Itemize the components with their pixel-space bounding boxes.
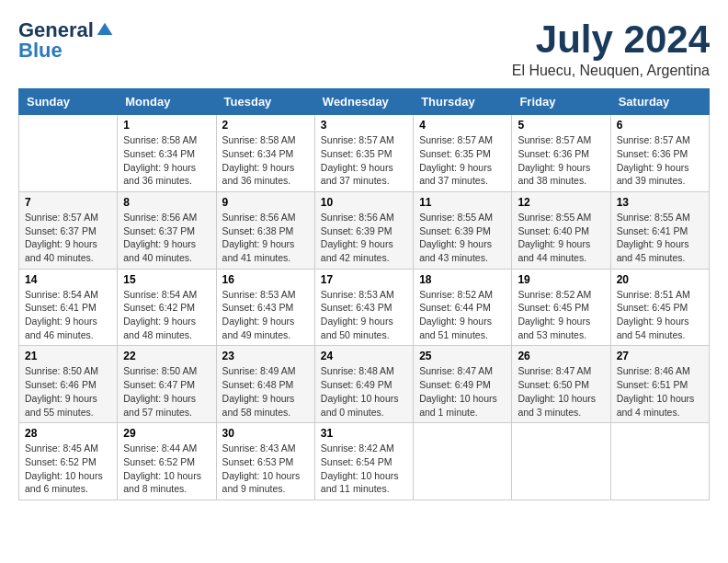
calendar-cell: 26Sunrise: 8:47 AM Sunset: 6:50 PM Dayli…: [512, 346, 610, 423]
calendar-cell: 12Sunrise: 8:55 AM Sunset: 6:40 PM Dayli…: [512, 191, 610, 269]
calendar-cell: 24Sunrise: 8:48 AM Sunset: 6:49 PM Dayli…: [314, 346, 413, 423]
calendar-cell: 8Sunrise: 8:56 AM Sunset: 6:37 PM Daylig…: [118, 191, 216, 269]
day-number: 6: [617, 119, 703, 132]
calendar-day-header: Tuesday: [216, 89, 314, 115]
calendar-cell: 18Sunrise: 8:52 AM Sunset: 6:44 PM Dayli…: [414, 269, 512, 346]
day-info: Sunrise: 8:44 AM Sunset: 6:52 PM Dayligh…: [123, 442, 210, 496]
calendar-week-row: 28Sunrise: 8:45 AM Sunset: 6:52 PM Dayli…: [19, 423, 710, 500]
day-info: Sunrise: 8:49 AM Sunset: 6:48 PM Dayligh…: [222, 364, 309, 419]
day-number: 28: [25, 427, 111, 440]
day-number: 21: [25, 350, 111, 362]
day-number: 8: [123, 196, 210, 209]
page-header: General Blue July 2024 El Huecu, Neuquen…: [18, 18, 710, 79]
svg-marker-0: [97, 23, 113, 35]
calendar-cell: 23Sunrise: 8:49 AM Sunset: 6:48 PM Dayli…: [216, 346, 314, 423]
day-info: Sunrise: 8:55 AM Sunset: 6:39 PM Dayligh…: [419, 211, 506, 265]
calendar-cell: 16Sunrise: 8:53 AM Sunset: 6:43 PM Dayli…: [216, 269, 314, 346]
calendar-cell: 7Sunrise: 8:57 AM Sunset: 6:37 PM Daylig…: [19, 191, 118, 269]
calendar-cell: 13Sunrise: 8:55 AM Sunset: 6:41 PM Dayli…: [610, 191, 709, 269]
calendar-cell: 4Sunrise: 8:57 AM Sunset: 6:35 PM Daylig…: [414, 115, 512, 192]
calendar-day-header: Friday: [512, 89, 610, 115]
day-number: 23: [222, 350, 309, 362]
day-info: Sunrise: 8:56 AM Sunset: 6:39 PM Dayligh…: [321, 211, 407, 265]
day-info: Sunrise: 8:51 AM Sunset: 6:45 PM Dayligh…: [617, 288, 703, 342]
day-info: Sunrise: 8:48 AM Sunset: 6:49 PM Dayligh…: [321, 364, 407, 419]
calendar-cell: 28Sunrise: 8:45 AM Sunset: 6:52 PM Dayli…: [19, 423, 118, 500]
calendar-cell: 19Sunrise: 8:52 AM Sunset: 6:45 PM Dayli…: [512, 269, 610, 346]
calendar-cell: [610, 423, 709, 500]
day-info: Sunrise: 8:47 AM Sunset: 6:50 PM Dayligh…: [518, 364, 604, 419]
calendar-cell: 10Sunrise: 8:56 AM Sunset: 6:39 PM Dayli…: [314, 191, 413, 269]
calendar-cell: 29Sunrise: 8:44 AM Sunset: 6:52 PM Dayli…: [118, 423, 216, 500]
day-number: 31: [321, 427, 407, 440]
day-info: Sunrise: 8:57 AM Sunset: 6:35 PM Dayligh…: [419, 133, 506, 188]
day-number: 13: [617, 196, 703, 209]
day-number: 15: [123, 273, 210, 286]
day-number: 19: [518, 273, 604, 286]
day-number: 11: [419, 196, 506, 209]
logo-blue-text: Blue: [18, 39, 63, 63]
month-title: July 2024: [512, 18, 710, 61]
calendar-cell: 5Sunrise: 8:57 AM Sunset: 6:36 PM Daylig…: [512, 115, 610, 192]
logo-icon: [96, 21, 114, 40]
calendar-cell: 1Sunrise: 8:58 AM Sunset: 6:34 PM Daylig…: [118, 115, 216, 192]
day-info: Sunrise: 8:56 AM Sunset: 6:38 PM Dayligh…: [222, 211, 309, 265]
day-number: 16: [222, 273, 309, 286]
day-info: Sunrise: 8:55 AM Sunset: 6:41 PM Dayligh…: [617, 211, 703, 265]
calendar-cell: 17Sunrise: 8:53 AM Sunset: 6:43 PM Dayli…: [314, 269, 413, 346]
calendar-day-header: Wednesday: [314, 89, 413, 115]
day-number: 26: [518, 350, 604, 362]
calendar-header-row: SundayMondayTuesdayWednesdayThursdayFrid…: [19, 89, 710, 115]
calendar-cell: 3Sunrise: 8:57 AM Sunset: 6:35 PM Daylig…: [314, 115, 413, 192]
calendar-cell: 14Sunrise: 8:54 AM Sunset: 6:41 PM Dayli…: [19, 269, 118, 346]
day-info: Sunrise: 8:58 AM Sunset: 6:34 PM Dayligh…: [222, 133, 309, 188]
day-info: Sunrise: 8:57 AM Sunset: 6:36 PM Dayligh…: [518, 133, 604, 188]
day-number: 29: [123, 427, 210, 440]
calendar-week-row: 7Sunrise: 8:57 AM Sunset: 6:37 PM Daylig…: [19, 191, 710, 269]
day-info: Sunrise: 8:50 AM Sunset: 6:46 PM Dayligh…: [25, 364, 111, 419]
day-info: Sunrise: 8:57 AM Sunset: 6:36 PM Dayligh…: [617, 133, 703, 188]
calendar-week-row: 14Sunrise: 8:54 AM Sunset: 6:41 PM Dayli…: [19, 269, 710, 346]
day-number: 20: [617, 273, 703, 286]
day-info: Sunrise: 8:45 AM Sunset: 6:52 PM Dayligh…: [25, 442, 111, 496]
day-info: Sunrise: 8:43 AM Sunset: 6:53 PM Dayligh…: [222, 442, 309, 496]
day-info: Sunrise: 8:56 AM Sunset: 6:37 PM Dayligh…: [123, 211, 210, 265]
day-number: 14: [25, 273, 111, 286]
day-number: 22: [123, 350, 210, 362]
day-number: 1: [123, 119, 210, 132]
day-number: 25: [419, 350, 506, 362]
day-number: 27: [617, 350, 703, 362]
day-info: Sunrise: 8:46 AM Sunset: 6:51 PM Dayligh…: [617, 364, 703, 419]
day-info: Sunrise: 8:52 AM Sunset: 6:45 PM Dayligh…: [518, 288, 604, 342]
day-number: 17: [321, 273, 407, 286]
calendar-cell: 11Sunrise: 8:55 AM Sunset: 6:39 PM Dayli…: [414, 191, 512, 269]
calendar-day-header: Saturday: [610, 89, 709, 115]
calendar-cell: 31Sunrise: 8:42 AM Sunset: 6:54 PM Dayli…: [314, 423, 413, 500]
calendar-cell: 9Sunrise: 8:56 AM Sunset: 6:38 PM Daylig…: [216, 191, 314, 269]
calendar-day-header: Monday: [118, 89, 216, 115]
day-number: 30: [222, 427, 309, 440]
calendar-cell: 20Sunrise: 8:51 AM Sunset: 6:45 PM Dayli…: [610, 269, 709, 346]
day-info: Sunrise: 8:58 AM Sunset: 6:34 PM Dayligh…: [123, 133, 210, 188]
day-number: 5: [518, 119, 604, 132]
location-title: El Huecu, Neuquen, Argentina: [512, 63, 710, 79]
day-number: 7: [25, 196, 111, 209]
day-info: Sunrise: 8:54 AM Sunset: 6:42 PM Dayligh…: [123, 288, 210, 342]
day-number: 10: [321, 196, 407, 209]
day-number: 24: [321, 350, 407, 362]
calendar-day-header: Thursday: [414, 89, 512, 115]
day-info: Sunrise: 8:57 AM Sunset: 6:35 PM Dayligh…: [321, 133, 407, 188]
day-info: Sunrise: 8:47 AM Sunset: 6:49 PM Dayligh…: [419, 364, 506, 419]
calendar-cell: 22Sunrise: 8:50 AM Sunset: 6:47 PM Dayli…: [118, 346, 216, 423]
calendar-cell: 30Sunrise: 8:43 AM Sunset: 6:53 PM Dayli…: [216, 423, 314, 500]
calendar-cell: [19, 115, 118, 192]
calendar-cell: 25Sunrise: 8:47 AM Sunset: 6:49 PM Dayli…: [414, 346, 512, 423]
logo: General Blue: [18, 18, 114, 63]
calendar-cell: 15Sunrise: 8:54 AM Sunset: 6:42 PM Dayli…: [118, 269, 216, 346]
day-info: Sunrise: 8:52 AM Sunset: 6:44 PM Dayligh…: [419, 288, 506, 342]
day-info: Sunrise: 8:57 AM Sunset: 6:37 PM Dayligh…: [25, 211, 111, 265]
day-info: Sunrise: 8:53 AM Sunset: 6:43 PM Dayligh…: [222, 288, 309, 342]
day-info: Sunrise: 8:54 AM Sunset: 6:41 PM Dayligh…: [25, 288, 111, 342]
calendar-cell: 6Sunrise: 8:57 AM Sunset: 6:36 PM Daylig…: [610, 115, 709, 192]
calendar-day-header: Sunday: [19, 89, 118, 115]
